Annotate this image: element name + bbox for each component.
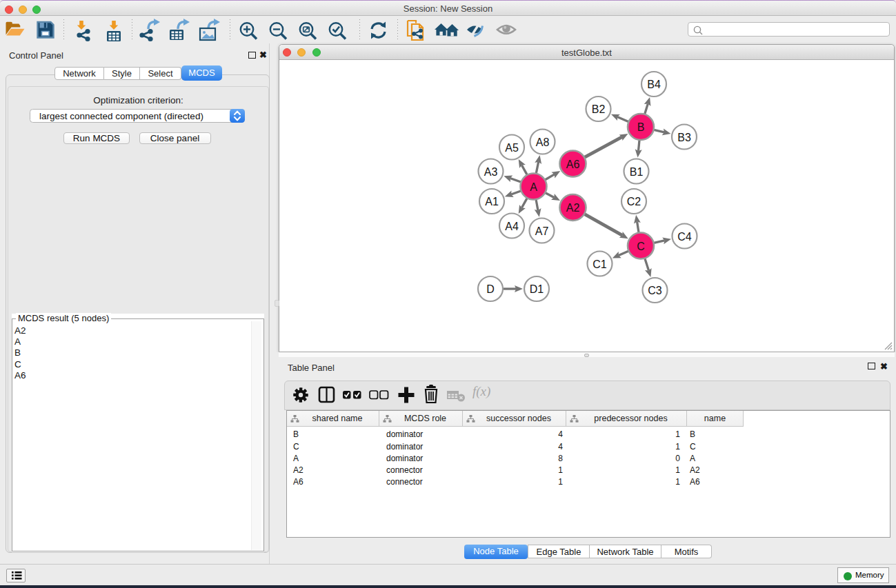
svg-text:C: C xyxy=(637,241,645,252)
svg-text:A2: A2 xyxy=(566,202,580,214)
svg-text:C1: C1 xyxy=(593,258,607,270)
svg-text:B2: B2 xyxy=(592,103,606,115)
svg-text:A7: A7 xyxy=(535,225,549,237)
svg-text:B: B xyxy=(637,121,645,133)
svg-text:A5: A5 xyxy=(505,142,519,154)
svg-text:C4: C4 xyxy=(677,231,692,243)
svg-text:B4: B4 xyxy=(647,79,661,90)
svg-text:A3: A3 xyxy=(484,166,498,178)
svg-text:D: D xyxy=(486,283,495,295)
svg-text:C3: C3 xyxy=(648,285,662,296)
svg-text:A8: A8 xyxy=(536,136,550,148)
svg-text:B1: B1 xyxy=(630,166,644,178)
svg-text:B3: B3 xyxy=(677,132,691,143)
svg-text:D1: D1 xyxy=(530,283,544,295)
svg-text:A: A xyxy=(530,181,537,193)
svg-text:A4: A4 xyxy=(505,221,519,232)
svg-text:A6: A6 xyxy=(566,159,580,170)
svg-text:A1: A1 xyxy=(485,196,499,207)
svg-text:C2: C2 xyxy=(627,196,641,207)
